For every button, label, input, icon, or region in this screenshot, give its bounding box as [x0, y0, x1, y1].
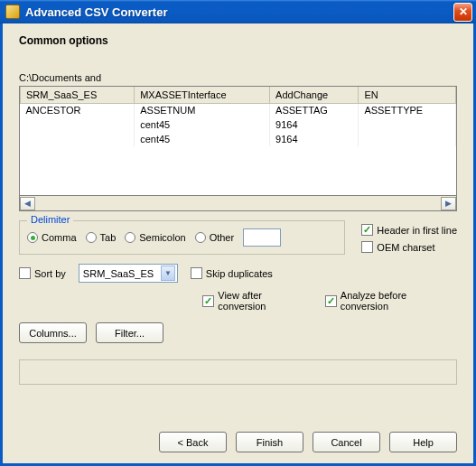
checkbox-icon — [19, 267, 31, 279]
header-first-line-checkbox[interactable]: Header in first line — [361, 224, 457, 236]
skip-duplicates-checkbox[interactable]: Skip duplicates — [191, 267, 273, 279]
table-row[interactable]: cent45 9164 — [21, 117, 456, 132]
checkbox-icon — [202, 295, 214, 307]
scroll-left-icon[interactable]: ◀ — [20, 197, 35, 210]
scroll-right-icon[interactable]: ▶ — [441, 197, 456, 210]
help-button[interactable]: Help — [389, 432, 457, 452]
close-icon[interactable]: ✕ — [453, 3, 472, 22]
col-header[interactable]: AddChange — [270, 87, 359, 103]
delimiter-other-radio[interactable]: Other — [195, 232, 235, 243]
cancel-button[interactable]: Cancel — [313, 432, 380, 452]
filter-button[interactable]: Filter... — [96, 322, 163, 343]
window-title: Advanced CSV Converter — [25, 5, 453, 19]
delimiter-other-input[interactable] — [243, 228, 281, 247]
checkbox-icon — [191, 267, 202, 279]
back-button[interactable]: < Back — [159, 432, 227, 452]
chevron-down-icon: ▼ — [161, 266, 175, 281]
app-icon — [5, 5, 20, 19]
radio-icon — [125, 232, 135, 243]
col-header[interactable]: EN — [359, 87, 456, 103]
file-path-label: C:\Documents and — [19, 72, 457, 83]
checkbox-icon — [361, 224, 373, 236]
delimiter-tab-radio[interactable]: Tab — [86, 232, 117, 243]
delimiter-group: Delimiter Comma Tab Semicolon Other — [19, 220, 345, 255]
col-header[interactable]: MXASSETInterface — [135, 87, 270, 103]
checkbox-icon — [325, 295, 337, 307]
radio-icon — [27, 232, 38, 243]
page-title: Common options — [19, 34, 457, 47]
analyze-before-checkbox[interactable]: Analyze before conversion — [325, 290, 457, 312]
checkbox-icon — [361, 241, 373, 253]
status-box — [19, 359, 457, 385]
horizontal-scrollbar[interactable]: ◀ ▶ — [19, 196, 457, 211]
scroll-track[interactable] — [35, 197, 441, 210]
grid-header-row: SRM_SaaS_ES MXASSETInterface AddChange E… — [21, 87, 456, 103]
preview-grid[interactable]: SRM_SaaS_ES MXASSETInterface AddChange E… — [19, 86, 457, 196]
delimiter-legend: Delimiter — [27, 214, 73, 225]
delimiter-semicolon-radio[interactable]: Semicolon — [125, 232, 185, 243]
radio-icon — [195, 232, 206, 243]
view-after-checkbox[interactable]: View after conversion — [202, 290, 313, 312]
col-header[interactable]: SRM_SaaS_ES — [21, 87, 135, 103]
client-area: Common options C:\Documents and SRM_SaaS… — [0, 23, 476, 466]
sort-by-select[interactable]: SRM_SaaS_ES ▼ — [79, 264, 178, 283]
table-row[interactable]: cent45 9164 — [21, 132, 456, 146]
sort-by-checkbox[interactable]: Sort by — [19, 267, 66, 279]
oem-charset-checkbox[interactable]: OEM charset — [361, 241, 457, 253]
titlebar: Advanced CSV Converter ✕ — [0, 0, 476, 23]
finish-button[interactable]: Finish — [236, 432, 303, 452]
delimiter-comma-radio[interactable]: Comma — [27, 232, 77, 243]
table-row[interactable]: ANCESTOR ASSETNUM ASSETTAG ASSETTYPE — [21, 103, 456, 117]
radio-icon — [86, 232, 97, 243]
columns-button[interactable]: Columns... — [19, 322, 87, 343]
